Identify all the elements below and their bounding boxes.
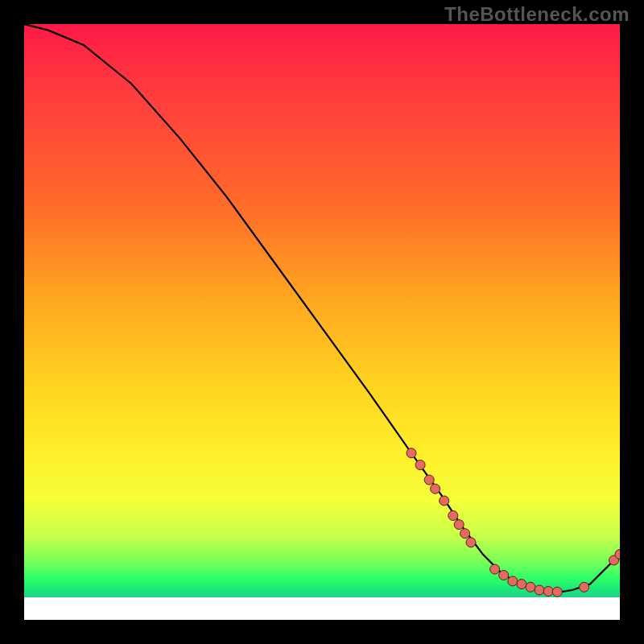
curve-marker [454, 520, 464, 530]
bottleneck-curve [24, 24, 620, 593]
curve-layer [24, 24, 620, 620]
curve-marker [580, 582, 589, 592]
curve-marker [543, 587, 553, 597]
curve-marker [448, 511, 458, 521]
curve-marker [499, 571, 509, 580]
curve-marker [424, 475, 434, 485]
curve-marker [526, 582, 535, 592]
curve-marker [517, 580, 526, 589]
curve-marker [431, 484, 440, 493]
plot-area [24, 24, 620, 620]
curve-marker [460, 529, 470, 539]
curve-marker [552, 587, 562, 597]
curve-marker [508, 576, 518, 586]
curve-marker [407, 448, 416, 458]
curve-marker [440, 496, 449, 506]
curve-marker [535, 585, 544, 595]
curve-marker [415, 460, 425, 470]
chart-frame: TheBottleneck.com [0, 0, 644, 644]
watermark-text: TheBottleneck.com [444, 3, 630, 26]
curve-marker [466, 538, 476, 547]
curve-marker [490, 564, 500, 574]
curve-markers [407, 448, 620, 597]
